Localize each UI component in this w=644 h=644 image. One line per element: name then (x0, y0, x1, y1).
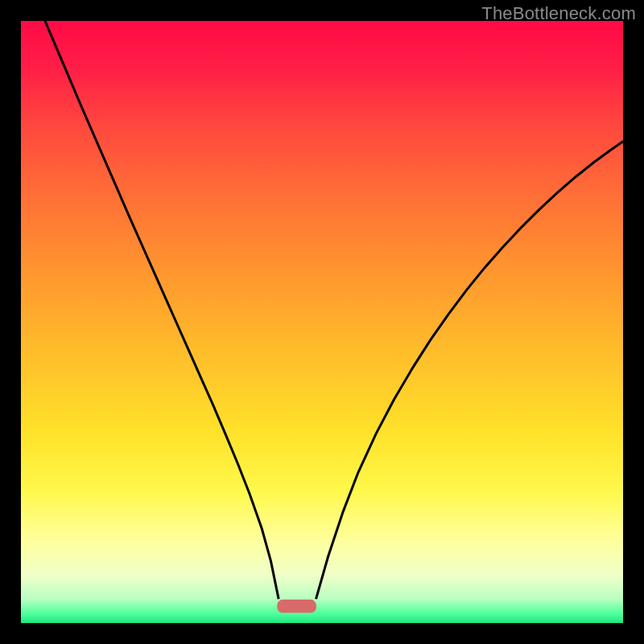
chart-svg (21, 21, 623, 623)
chart-frame (21, 21, 623, 623)
bottom-marker (277, 600, 316, 613)
watermark-text: TheBottleneck.com (481, 3, 636, 24)
chart-background (21, 21, 623, 623)
